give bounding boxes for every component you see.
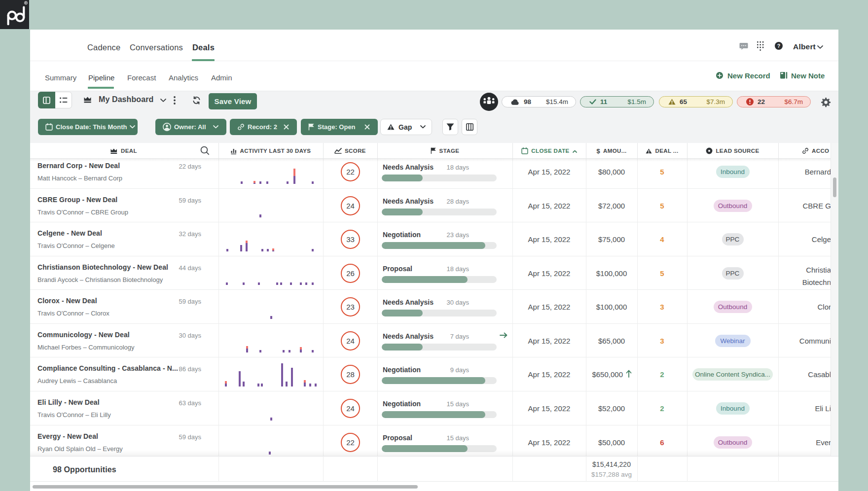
svg-text:?: ? [777,43,780,49]
